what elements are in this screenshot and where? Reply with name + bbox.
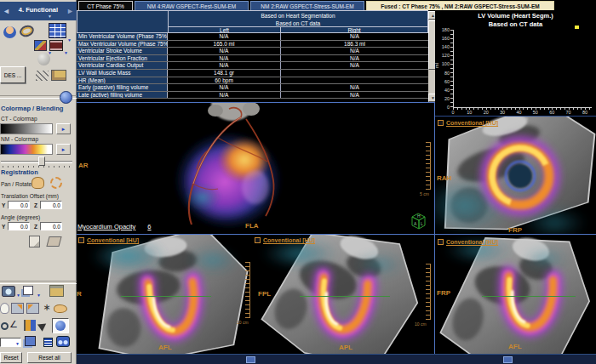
reference-line[interactable]	[300, 296, 390, 297]
nm-colormap-label: NM - Colormap	[1, 136, 76, 142]
reset-all-button[interactable]: Reset all	[27, 352, 72, 363]
volume-3d-view[interactable]: AR FLA 5 cm H A L Myocardium Opacity6	[77, 102, 435, 234]
short-axis-view[interactable]: Conventional [HU] RAH FRP	[435, 117, 596, 235]
snapshot-camera-icon[interactable]	[2, 286, 15, 297]
offset-y-axis-label: Y	[2, 202, 5, 208]
angle-measure-icon[interactable]	[9, 318, 22, 330]
camera-dropdown-caret-icon[interactable]: ▼	[16, 293, 20, 298]
pan-hand-icon[interactable]	[32, 177, 44, 189]
layers-blue-icon[interactable]	[25, 336, 36, 346]
modes-button[interactable]: DES ...	[0, 66, 26, 83]
overlay-label[interactable]: Conventional [HU]	[446, 239, 498, 245]
cube-letter-top: H	[417, 213, 421, 219]
blend-slider[interactable]	[1, 156, 72, 168]
circle-marker-icon[interactable]	[1, 322, 9, 330]
rotate-view-icon[interactable]	[11, 303, 24, 314]
overlay-checkbox[interactable]	[438, 239, 444, 245]
dropdown-caret-icon[interactable]: ▼	[15, 341, 20, 346]
ellipse-roi-button[interactable]	[52, 318, 69, 333]
eraser-icon[interactable]	[46, 236, 61, 247]
row-value-right: N/A	[280, 84, 428, 91]
page-flip-icon[interactable]	[29, 236, 40, 247]
rotate-icon[interactable]	[50, 177, 62, 189]
pointer-tool-icon[interactable]	[37, 320, 49, 331]
step-dropdown-caret-icon[interactable]: ▼	[48, 14, 52, 19]
row-value-left: 148.1 gr	[168, 70, 280, 77]
row-label: Ventricular Ejection Fraction	[77, 55, 168, 62]
row-value-left: N/A	[168, 48, 280, 54]
divider	[435, 116, 596, 117]
overlay-label[interactable]: Conventional [HU]	[263, 237, 315, 243]
table-body: Min Ventricular Volume (Phase 75%) N/A N…	[77, 33, 428, 101]
splitter-handle-button[interactable]	[246, 356, 255, 363]
tool-options-dropdown[interactable]: ▼	[0, 338, 21, 347]
application-window: ◄ 4. Functional ► ▼ ▼ ▼ ▼ DES ... Colorm…	[0, 0, 596, 364]
row-label: Min Ventricular Volume (Phase 75%)	[77, 33, 168, 40]
blend-slider-thumb[interactable]	[38, 156, 45, 166]
y-tick-label: 120	[436, 53, 450, 58]
next-step-button[interactable]: ►	[64, 2, 77, 20]
offset-y-field[interactable]	[8, 201, 30, 209]
x-tick-label: 10	[467, 110, 472, 115]
colormap-section-title: Colormap / Blending	[1, 105, 76, 112]
ct-colormap-menu-button[interactable]: ►	[56, 123, 71, 134]
overlay-checkbox[interactable]	[438, 120, 444, 126]
flag-marker-icon[interactable]	[24, 320, 36, 331]
splitter-handle-button[interactable]	[503, 356, 513, 363]
reference-line[interactable]	[482, 296, 576, 297]
orientation-label-bottom: APL	[339, 344, 352, 351]
bean-roi-icon[interactable]	[54, 304, 67, 313]
x-tick-label: 0	[451, 110, 454, 115]
layers-dropdown-caret-icon[interactable]: ▼	[37, 293, 41, 298]
cine-film-icon[interactable]	[49, 40, 63, 51]
sphere-tool-icon	[37, 53, 50, 65]
divider	[0, 281, 77, 284]
long-axis-view-left[interactable]: Conventional [HU] R AFL 10 cm	[77, 235, 252, 354]
overlay-label[interactable]: Conventional [HU]	[87, 237, 139, 243]
offset-z-field[interactable]	[40, 201, 62, 209]
binoculars-icon[interactable]	[56, 336, 70, 347]
long-axis-view-middle[interactable]: Conventional [HU] FPL APL 10 cm	[252, 235, 435, 354]
tab-nm-stress[interactable]: NM 2:RAW GSPECT-Stress-SUM-EM	[250, 1, 364, 10]
cube-letter-left: A	[414, 221, 417, 226]
overlay-label[interactable]: Conventional [HU]	[446, 120, 498, 126]
myocardium-opacity-control[interactable]: Myocardium Opacity6	[77, 223, 152, 230]
orbit-rings-icon[interactable]	[18, 24, 35, 39]
ct-colormap-gradient[interactable]	[0, 123, 53, 134]
y-tick-label: 60	[436, 79, 450, 84]
chart-plot-area	[453, 30, 592, 108]
copy-layers-icon[interactable]	[23, 286, 33, 295]
panel-toggle-orb-button[interactable]	[60, 91, 72, 104]
angle-z-axis-label: Z	[34, 224, 37, 230]
volume-rendering-image	[77, 102, 435, 234]
chart-title: LV Volume (Heart Segm.)	[435, 12, 596, 20]
nm-colormap-gradient[interactable]	[0, 144, 53, 155]
reference-line[interactable]	[121, 296, 211, 297]
cine-dropdown-caret-icon[interactable]: ▼	[64, 50, 68, 55]
layout-grid-icon[interactable]	[49, 23, 66, 38]
tab-fused[interactable]: Fused : CT Phase 75% , NM 2:RAW GSPECT-S…	[366, 1, 554, 10]
color-cube-icon[interactable]	[34, 40, 47, 51]
overlay-checkbox[interactable]	[78, 237, 84, 243]
angle-y-field[interactable]	[8, 222, 30, 230]
cassette-icon[interactable]	[51, 70, 66, 81]
star-marker-icon[interactable]	[42, 302, 52, 313]
tooth-icon[interactable]	[0, 303, 9, 314]
previous-step-button[interactable]: ◄	[0, 2, 13, 20]
hatching-icon[interactable]	[36, 71, 49, 81]
clipboard-icon[interactable]	[49, 285, 64, 297]
nm-colormap-menu-button[interactable]: ►	[56, 144, 71, 155]
overlay-checkbox[interactable]	[255, 237, 261, 243]
patient-icon[interactable]	[3, 26, 16, 38]
angle-z-field[interactable]	[40, 222, 62, 230]
translation-offset-label: Translation Offset (mm)	[1, 193, 76, 199]
reset-button[interactable]: Reset	[0, 352, 22, 363]
tab-ct-phase[interactable]: CT Phase 75%	[78, 1, 133, 10]
orientation-cube-icon[interactable]: H A L	[407, 210, 429, 232]
rotate-view-alt-icon[interactable]	[26, 303, 39, 314]
slice-stack-icon[interactable]	[43, 338, 53, 347]
long-axis-view-right[interactable]: Conventional [HU] FRP AFL	[435, 235, 596, 354]
tab-nm-rest[interactable]: NM 4:RAW GSPECT-Rest-SUM-EM	[135, 1, 249, 10]
orientation-label-left: FPL	[258, 290, 271, 298]
layout-dropdown-caret-icon[interactable]: ▼	[67, 37, 72, 43]
